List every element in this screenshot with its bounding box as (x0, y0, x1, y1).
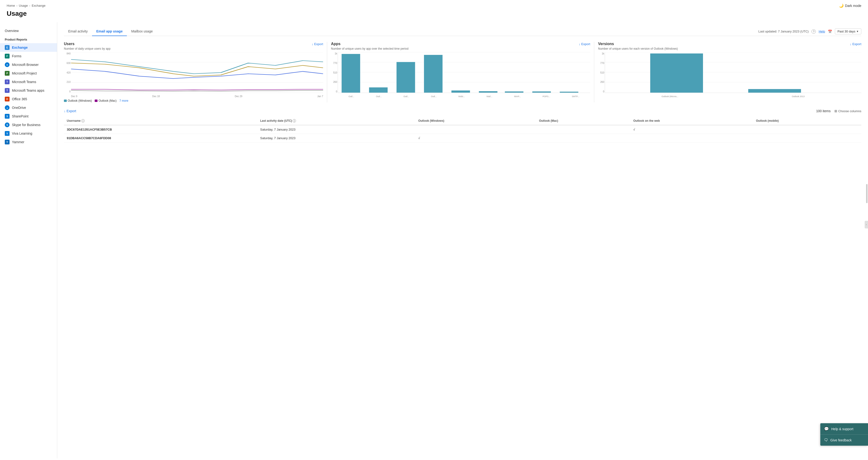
last-activity-info-icon[interactable]: i (292, 119, 296, 122)
sidebar-item-label-teams-apps: Microsoft Teams apps (12, 89, 44, 92)
sidebar-item-onedrive[interactable]: ☁ OneDrive (0, 103, 57, 112)
svg-rect-17 (560, 92, 578, 93)
apps-bar-chart: 1k 770 510 260 0 Outl... Outl... Outl...… (331, 52, 590, 98)
dark-mode-button[interactable]: 🌙 Dark mode (839, 3, 861, 8)
col-header-outlook-web: Outlook on the web (630, 117, 753, 125)
viva-icon: V (5, 131, 9, 136)
cell-outlook-mobile-2 (753, 134, 861, 143)
sidebar-item-skype[interactable]: S Skype for Business (0, 120, 57, 129)
sharepoint-icon: S (5, 114, 9, 119)
breadcrumb: Home › Usage › Exchange (7, 4, 45, 7)
users-line-chart: 840 630 420 210 0 Dec 9 Dec 18 Dec 29 Ja… (64, 52, 323, 98)
browser-icon: e (5, 62, 9, 67)
skype-icon: S (5, 122, 9, 127)
moon-icon: 🌙 (839, 3, 844, 8)
outlook-mac-header-label: Outlook (Mac) (539, 119, 558, 122)
sidebar-item-project[interactable]: P Microsoft Project (0, 69, 57, 78)
tab-email-app-usage[interactable]: Email app usage (92, 27, 127, 36)
cell-username-1: 3DC67DAE1351ACF5E3B57CB (64, 125, 257, 134)
svg-rect-9 (342, 54, 360, 93)
sidebar-overview[interactable]: Overview (0, 27, 57, 35)
legend-label-windows: Outlook (Windows) (68, 99, 92, 103)
sidebar-item-yammer[interactable]: Y Yammer (0, 138, 57, 146)
svg-rect-15 (505, 91, 523, 93)
outlook-web-header-label: Outlook on the web (633, 119, 660, 122)
apps-x-pop3: POP3... (542, 95, 550, 98)
y-label-0: 0 (64, 90, 70, 93)
users-export-button[interactable]: ↓ Export (312, 42, 323, 46)
cell-outlook-web-1: √ (630, 125, 753, 134)
cell-outlook-web-2 (630, 134, 753, 143)
help-support-item[interactable]: 💬 Help & support (820, 423, 868, 434)
sidebar-item-label-project: Microsoft Project (12, 71, 37, 75)
choose-columns-button[interactable]: ⊞ Choose columns (834, 109, 861, 113)
apps-chart-card: Apps ↓ Export Number of unique users by … (331, 42, 594, 103)
page-title: Usage (0, 9, 868, 22)
sidebar-section-title: Product Reports (0, 35, 57, 43)
apps-x-outl4: Outl... (431, 95, 437, 98)
ver-x-2013: Outlook 2013 (792, 95, 805, 98)
dark-mode-label: Dark mode (845, 4, 861, 8)
versions-export-button[interactable]: ↓ Export (850, 42, 861, 46)
versions-bar-chart: 1k 770 510 260 0 Outlook (Micros... Outl… (598, 52, 861, 98)
username-info-icon[interactable]: i (81, 119, 85, 122)
tabs-bar: Email activity Email app usage Mailbox u… (64, 27, 861, 36)
svg-rect-13 (452, 90, 470, 93)
tab-email-activity[interactable]: Email activity (64, 27, 92, 36)
users-chart-card: Users ↓ Export Number of daily unique us… (64, 42, 327, 103)
col-header-outlook-mobile: Outlook (mobile) (753, 117, 861, 125)
sidebar-item-teams-apps[interactable]: T Microsoft Teams apps (0, 86, 57, 95)
collapse-button[interactable]: › (865, 221, 868, 228)
scrollbar[interactable] (866, 184, 868, 203)
sidebar-item-browser[interactable]: e Microsoft Browser (0, 60, 57, 69)
outlook-windows-header-label: Outlook (Windows) (418, 119, 444, 122)
ver-x-micros: Outlook (Micros... (661, 95, 678, 98)
help-link[interactable]: Help (819, 30, 825, 33)
sidebar-item-forms[interactable]: F Forms (0, 52, 57, 60)
help-icon: 💬 (824, 427, 829, 431)
teams-icon: T (5, 80, 9, 84)
apps-download-icon: ↓ (579, 42, 581, 46)
col-header-outlook-mac: Outlook (Mac) (536, 117, 630, 125)
cell-username-2: 91DBA6ACC58B7CDA6FDD08 (64, 134, 257, 143)
sidebar-item-viva[interactable]: V Viva Learning (0, 129, 57, 138)
sidebar-item-exchange[interactable]: E Exchange (0, 43, 57, 52)
feedback-icon: 🗨 (824, 438, 828, 442)
sidebar-item-teams[interactable]: T Microsoft Teams (0, 78, 57, 86)
apps-y-1k: 1k (331, 52, 337, 55)
main-content: Email activity Email app usage Mailbox u… (57, 22, 868, 458)
onedrive-icon: ☁ (5, 105, 9, 110)
sidebar-item-label-exchange: Exchange (12, 46, 28, 50)
y-label-420: 420 (64, 71, 70, 74)
give-feedback-item[interactable]: 🗨 Give feedback (820, 435, 868, 446)
office365-icon: O (5, 97, 9, 102)
table-export-button[interactable]: ↓ Export (64, 109, 76, 113)
cell-outlook-windows-1 (415, 125, 536, 134)
sidebar-item-office365[interactable]: O Office 365 (0, 95, 57, 103)
cell-outlook-mobile-1 (753, 125, 861, 134)
sidebar-item-label-browser: Microsoft Browser (12, 63, 39, 66)
period-button[interactable]: Past 30 days ▼ (835, 28, 861, 34)
sidebar-item-label-sharepoint: SharePoint (12, 114, 28, 118)
versions-export-label: Export (852, 42, 861, 46)
table-row: 3DC67DAE1351ACF5E3B57CB Saturday, 7 Janu… (64, 125, 861, 134)
svg-rect-22 (650, 54, 703, 93)
breadcrumb-usage[interactable]: Usage (19, 4, 28, 7)
legend-color-mac (95, 99, 97, 102)
svg-rect-23 (748, 89, 801, 93)
svg-rect-11 (397, 62, 415, 93)
apps-y-260: 260 (331, 81, 337, 83)
apps-export-button[interactable]: ↓ Export (579, 42, 590, 46)
yammer-icon: Y (5, 140, 9, 144)
svg-rect-16 (532, 91, 551, 93)
breadcrumb-home[interactable]: Home (7, 4, 15, 7)
sidebar-item-sharepoint[interactable]: S SharePoint (0, 112, 57, 120)
apps-x-smtp: SMTP... (572, 95, 579, 98)
y-label-210: 210 (64, 81, 70, 83)
legend-more-link[interactable]: 7 more (120, 99, 128, 103)
y-label-630: 630 (64, 62, 70, 64)
columns-icon: ⊞ (834, 109, 837, 113)
apps-export-label: Export (581, 42, 590, 46)
apps-x-outl3: Outl... (403, 95, 409, 98)
tab-mailbox-usage[interactable]: Mailbox usage (127, 27, 157, 36)
